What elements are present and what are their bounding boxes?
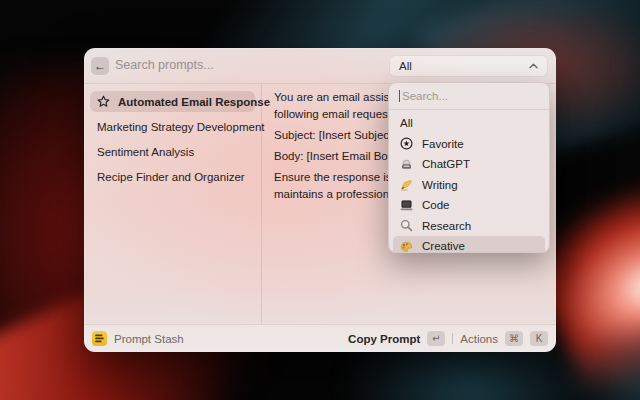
option-label: Creative xyxy=(422,240,465,252)
k-key-icon: K xyxy=(530,331,548,346)
category-filter-dropdown-button[interactable]: All xyxy=(389,55,548,77)
code-laptop-icon xyxy=(400,199,413,212)
dropdown-search-placeholder: Search... xyxy=(402,90,448,102)
list-item-label: Recipe Finder and Organizer xyxy=(97,171,245,183)
dropdown-option-research[interactable]: Research xyxy=(393,216,545,237)
option-label: Research xyxy=(422,220,471,232)
option-label: ChatGPT xyxy=(422,158,470,170)
list-item-label: Automated Email Response xyxy=(118,96,270,108)
text-cursor xyxy=(399,90,400,102)
return-key-icon: ↵ xyxy=(427,331,445,346)
writing-pen-icon xyxy=(400,178,413,191)
prompt-stash-app-icon xyxy=(92,331,107,346)
dropdown-option-writing[interactable]: Writing xyxy=(393,175,545,196)
dropdown-option-favorite[interactable]: Favorite xyxy=(393,134,545,155)
footer-bar: Prompt Stash Copy Prompt ↵ Actions ⌘ K xyxy=(84,324,556,352)
category-dropdown-popup: Search... All Favorite ChatGP xyxy=(388,82,550,253)
filter-selected-value: All xyxy=(399,60,412,72)
dropdown-option-creative[interactable]: Creative xyxy=(393,236,545,253)
list-item-automated-email-response[interactable]: Automated Email Response xyxy=(90,91,255,112)
creative-palette-icon xyxy=(400,240,413,253)
option-label: Writing xyxy=(422,179,458,191)
footer-actions: Copy Prompt ↵ Actions ⌘ K xyxy=(348,331,548,346)
option-label: Favorite xyxy=(422,138,464,150)
research-magnifier-icon xyxy=(400,219,413,232)
app-name-label: Prompt Stash xyxy=(114,333,184,345)
chatgpt-icon xyxy=(400,158,413,171)
list-item-label: Sentiment Analysis xyxy=(97,146,194,158)
chevron-up-icon xyxy=(529,63,538,69)
dropdown-option-code[interactable]: Code xyxy=(393,195,545,216)
dropdown-search-input[interactable]: Search... xyxy=(389,83,549,110)
wallpaper-teal-glow xyxy=(560,330,640,400)
list-item-sentiment-analysis[interactable]: Sentiment Analysis xyxy=(90,141,255,162)
back-button[interactable]: ← xyxy=(91,57,109,75)
prompt-list: Automated Email Response Marketing Strat… xyxy=(84,84,262,324)
back-arrow-icon: ← xyxy=(94,60,106,72)
list-item-recipe-finder[interactable]: Recipe Finder and Organizer xyxy=(90,166,255,187)
copy-prompt-button[interactable]: Copy Prompt xyxy=(348,333,420,345)
list-item-marketing-strategy[interactable]: Marketing Strategy Development xyxy=(90,116,255,137)
dropdown-option-all[interactable]: All xyxy=(393,113,545,134)
search-input[interactable]: Search prompts... xyxy=(115,58,214,72)
actions-button[interactable]: Actions xyxy=(460,333,498,345)
dropdown-option-list: All Favorite ChatGPT xyxy=(389,110,549,253)
star-icon xyxy=(97,95,110,108)
footer-divider xyxy=(452,333,453,344)
favorite-star-icon xyxy=(400,137,413,150)
list-item-label: Marketing Strategy Development xyxy=(97,121,264,133)
header-bar: ← Search prompts... All xyxy=(84,48,556,84)
command-key-icon: ⌘ xyxy=(505,331,523,346)
dropdown-option-chatgpt[interactable]: ChatGPT xyxy=(393,154,545,175)
option-label: Code xyxy=(422,199,450,211)
option-label: All xyxy=(400,117,413,129)
